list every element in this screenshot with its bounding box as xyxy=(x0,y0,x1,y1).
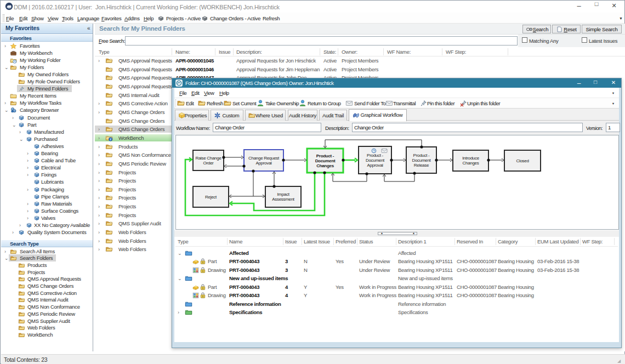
svg-text:Document: Document xyxy=(366,158,385,163)
svg-text:Changes: Changes xyxy=(463,161,479,166)
svg-text:Product -: Product - xyxy=(367,153,383,158)
svg-text:Product -: Product - xyxy=(413,153,430,158)
svg-text:Release: Release xyxy=(414,163,429,168)
svg-text:Changes: Changes xyxy=(316,163,334,168)
svg-text:Document: Document xyxy=(412,158,431,163)
svg-text:Order: Order xyxy=(203,161,214,166)
svg-text:Impact: Impact xyxy=(277,192,289,197)
svg-text:Assessment: Assessment xyxy=(272,197,295,202)
svg-text:Approval: Approval xyxy=(367,163,383,168)
svg-text:Closed: Closed xyxy=(516,158,529,163)
svg-text:Raise Change: Raise Change xyxy=(195,156,221,161)
svg-text:Product -: Product - xyxy=(316,153,334,158)
svg-text:Introduce: Introduce xyxy=(462,156,480,161)
svg-text:Reject: Reject xyxy=(205,195,217,200)
svg-text:Document: Document xyxy=(315,158,336,163)
svg-text:Approval: Approval xyxy=(255,161,272,166)
svg-text:Change Request: Change Request xyxy=(248,156,280,161)
